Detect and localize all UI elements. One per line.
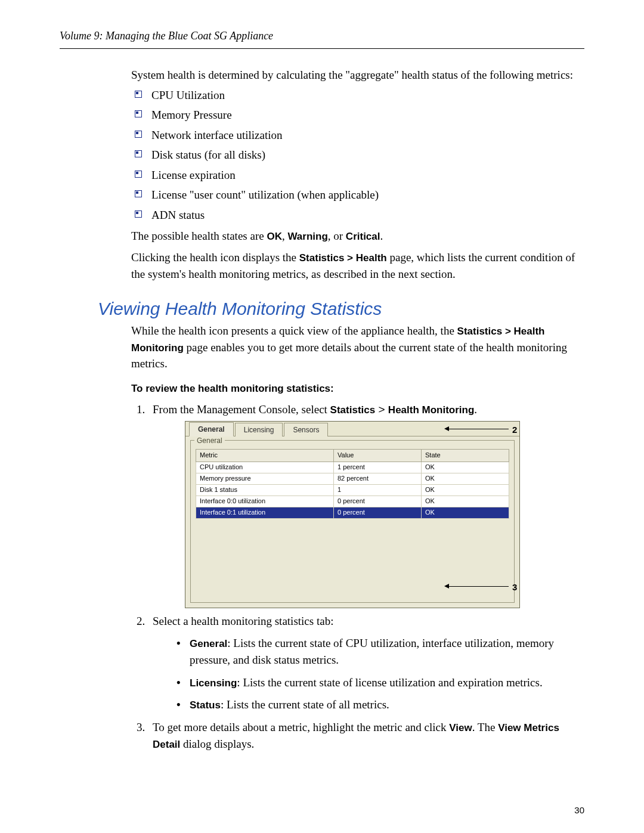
states-sentence: The possible health states are OK, Warni… xyxy=(131,228,584,244)
svg-rect-13 xyxy=(136,212,138,214)
callout-arrow-icon xyxy=(444,584,449,589)
list-item-label: License expiration xyxy=(151,169,236,181)
cell-state: OK xyxy=(422,473,509,485)
table-row[interactable]: CPU utilization1 percentOK xyxy=(196,462,509,473)
square-bullet-icon xyxy=(135,171,142,178)
running-header: Volume 9: Managing the Blue Coat SG Appl… xyxy=(60,30,584,42)
callout-line xyxy=(449,586,509,587)
tab-licensing[interactable]: Licensing xyxy=(235,423,283,436)
list-item-label: Memory Pressure xyxy=(151,109,232,121)
list-item-label: Network interface utilization xyxy=(151,129,282,141)
list-item-label: License "user count" utilization (when a… xyxy=(151,188,379,201)
click-sentence: Clicking the health icon displays the St… xyxy=(131,249,584,282)
cell-value: 82 percent xyxy=(334,473,422,485)
table-row[interactable]: Disk 1 status1OK xyxy=(196,485,509,496)
tab-general[interactable]: General xyxy=(189,422,234,436)
cell-metric: Disk 1 status xyxy=(196,485,334,496)
tab-desc-text: : Lists the current state of license uti… xyxy=(237,676,542,689)
svg-rect-5 xyxy=(136,132,138,134)
cell-state: OK xyxy=(422,485,509,496)
section-intro: While the health icon presents a quick v… xyxy=(131,323,584,372)
list-item: Disk status (for all disks) xyxy=(131,147,584,163)
callout-arrow-icon xyxy=(444,426,449,431)
step-2: Select a health monitoring statistics ta… xyxy=(148,613,584,713)
callout-line xyxy=(449,429,509,429)
list-item-label: ADN status xyxy=(151,209,205,221)
metrics-tbody: CPU utilization1 percentOKMemory pressur… xyxy=(196,462,509,519)
callout-2: 2 xyxy=(512,423,517,436)
tab-desc-label: Status xyxy=(190,699,221,711)
cell-metric: Memory pressure xyxy=(196,473,334,485)
list-item: ADN status xyxy=(131,207,584,224)
square-bullet-icon xyxy=(135,190,142,197)
cell-metric: Interface 0:1 utilization xyxy=(196,507,334,519)
tab-desc-item: Status: Lists the current state of all m… xyxy=(177,696,584,713)
page-number: 30 xyxy=(574,805,584,815)
tab-desc-item: Licensing: Lists the current state of li… xyxy=(177,674,584,691)
square-bullet-icon xyxy=(135,150,142,157)
svg-rect-3 xyxy=(136,112,138,114)
svg-rect-7 xyxy=(136,151,138,154)
page: Volume 9: Managing the Blue Coat SG Appl… xyxy=(0,0,644,833)
list-item-label: CPU Utilization xyxy=(151,89,225,101)
list-item: CPU Utilization xyxy=(131,87,584,104)
section-heading: Viewing Health Monitoring Statistics xyxy=(98,299,584,319)
col-value[interactable]: Value xyxy=(334,450,422,462)
cell-value: 1 percent xyxy=(334,462,422,473)
square-bullet-icon xyxy=(135,210,142,218)
square-bullet-icon xyxy=(135,131,142,138)
list-item: Network interface utilization xyxy=(131,127,584,144)
tab-desc-label: Licensing xyxy=(190,677,237,689)
rule xyxy=(60,48,584,49)
callout-3: 3 xyxy=(512,581,517,594)
table-row[interactable]: Interface 0:0 utilization0 percentOK xyxy=(196,496,509,507)
intro-paragraph: System health is determined by calculati… xyxy=(131,67,584,83)
tab-desc-item: General: Lists the current state of CPU … xyxy=(177,635,584,668)
metrics-table: Metric Value State CPU utilization1 perc… xyxy=(196,449,509,519)
step-3: To get more details about a metric, high… xyxy=(148,719,584,752)
cell-value: 1 xyxy=(334,485,422,496)
col-metric[interactable]: Metric xyxy=(196,450,334,462)
table-header-row: Metric Value State xyxy=(196,450,509,462)
cell-state: OK xyxy=(422,507,509,519)
table-row[interactable]: Interface 0:1 utilization0 percentOK xyxy=(196,507,509,519)
cell-state: OK xyxy=(422,462,509,473)
tab-desc-text: : Lists the current state of CPU utiliza… xyxy=(190,637,554,666)
table-row[interactable]: Memory pressure82 percentOK xyxy=(196,473,509,485)
svg-rect-11 xyxy=(136,191,138,194)
tab-desc-text: : Lists the current state of all metrics… xyxy=(221,698,389,711)
cell-metric: CPU utilization xyxy=(196,462,334,473)
list-item: Memory Pressure xyxy=(131,107,584,123)
screenshot-figure: General Licensing Sensors General Metric… xyxy=(185,421,520,608)
list-item: License expiration xyxy=(131,167,584,184)
svg-rect-9 xyxy=(136,172,138,174)
list-item-label: Disk status (for all disks) xyxy=(151,148,265,161)
tab-descriptions: General: Lists the current state of CPU … xyxy=(177,635,584,713)
square-bullet-icon xyxy=(135,91,142,98)
list-item: License "user count" utilization (when a… xyxy=(131,187,584,203)
fieldset-legend: General xyxy=(194,436,225,446)
procedure-heading: To review the health monitoring statisti… xyxy=(131,382,584,397)
step-1: From the Management Console, select Stat… xyxy=(148,401,584,608)
square-bullet-icon xyxy=(135,110,142,117)
metrics-bullet-list: CPU UtilizationMemory PressureNetwork in… xyxy=(131,87,584,224)
svg-rect-1 xyxy=(136,92,138,94)
cell-value: 0 percent xyxy=(334,507,422,519)
tab-desc-label: General xyxy=(190,638,227,649)
cell-value: 0 percent xyxy=(334,496,422,507)
procedure-steps: From the Management Console, select Stat… xyxy=(131,401,584,753)
col-state[interactable]: State xyxy=(422,450,509,462)
cell-metric: Interface 0:0 utilization xyxy=(196,496,334,507)
general-fieldset: General Metric Value State CPU utilizati… xyxy=(190,440,515,603)
cell-state: OK xyxy=(422,496,509,507)
tab-sensors[interactable]: Sensors xyxy=(284,423,328,436)
